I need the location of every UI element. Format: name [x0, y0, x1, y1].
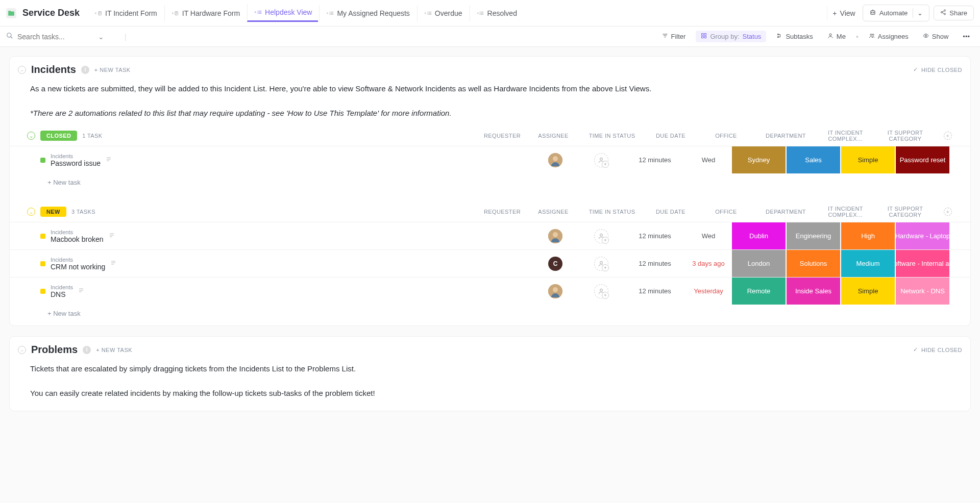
add-view-button[interactable]: + View: [827, 6, 860, 20]
add-assignee-icon[interactable]: [594, 153, 608, 167]
new-task-row[interactable]: + New task: [10, 305, 970, 319]
task-name-cell[interactable]: Incidents Password issue: [40, 146, 532, 173]
complexity-cell[interactable]: Simple: [841, 146, 895, 173]
new-task-button[interactable]: + NEW TASK: [94, 67, 131, 73]
new-task-button[interactable]: + NEW TASK: [96, 347, 132, 353]
avatar[interactable]: [548, 229, 562, 243]
due-cell[interactable]: Wed: [685, 146, 731, 173]
office-cell[interactable]: London: [731, 250, 786, 277]
add-assignee-icon[interactable]: [594, 229, 608, 243]
task-name-cell[interactable]: Incidents Macbook broken: [40, 222, 532, 249]
add-assignee-icon[interactable]: [594, 284, 608, 298]
assignee-cell[interactable]: [578, 250, 624, 277]
department-cell[interactable]: Solutions: [786, 250, 841, 277]
tab-it-hardware-form[interactable]: IT Hardware Form: [164, 5, 246, 21]
info-icon[interactable]: i: [81, 66, 89, 74]
filter-button[interactable]: Filter: [658, 31, 690, 42]
category-cell[interactable]: Password reset: [895, 146, 950, 173]
department-cell[interactable]: Engineering: [786, 222, 841, 249]
add-column-button[interactable]: +: [944, 132, 952, 140]
category-cell[interactable]: Hardware - Laptop: [895, 222, 950, 249]
col-category[interactable]: IT SUPPORT CATEGORY: [878, 130, 933, 142]
col-time[interactable]: TIME IN STATUS: [581, 209, 643, 215]
status-pill-closed[interactable]: CLOSED: [40, 131, 77, 141]
collapse-icon[interactable]: ⌄: [18, 66, 26, 74]
col-time[interactable]: TIME IN STATUS: [581, 133, 643, 139]
col-due[interactable]: DUE DATE: [648, 133, 694, 139]
department-cell[interactable]: Inside Sales: [786, 278, 841, 305]
search-input[interactable]: [17, 33, 94, 41]
office-cell[interactable]: Remote: [731, 278, 786, 305]
task-row[interactable]: Incidents DNS 12 minutes Yesterday Remot…: [10, 277, 970, 305]
office-cell[interactable]: Dublin: [731, 222, 786, 249]
search-icon[interactable]: [6, 32, 13, 41]
description-icon[interactable]: [109, 232, 115, 240]
collapse-icon[interactable]: ⌄: [18, 346, 26, 354]
info-icon[interactable]: i: [83, 346, 91, 354]
col-assignee[interactable]: ASSIGNEE: [530, 133, 576, 139]
assignees-button[interactable]: Assignees: [865, 31, 913, 42]
tab-resolved[interactable]: Resolved: [470, 5, 523, 21]
due-cell[interactable]: Yesterday: [685, 278, 731, 305]
col-department[interactable]: DEPARTMENT: [758, 209, 813, 215]
tab-helpdesk-view[interactable]: Helpdesk View: [247, 4, 318, 22]
requester-cell[interactable]: [532, 278, 578, 305]
description-icon[interactable]: [106, 156, 112, 164]
hide-closed-button[interactable]: ✓ HIDE CLOSED: [913, 66, 962, 73]
me-button[interactable]: Me: [823, 31, 850, 42]
col-office[interactable]: OFFICE: [699, 133, 753, 139]
hide-closed-button[interactable]: ✓ HIDE CLOSED: [913, 346, 962, 353]
task-row[interactable]: Incidents Macbook broken 12 minutes Wed …: [10, 222, 970, 249]
category-cell[interactable]: Network - DNS: [895, 278, 950, 305]
avatar[interactable]: [548, 284, 562, 298]
col-requester[interactable]: REQUESTER: [479, 133, 525, 139]
avatar[interactable]: [548, 153, 562, 167]
assignee-cell[interactable]: [578, 146, 624, 173]
requester-cell[interactable]: C: [532, 250, 578, 277]
avatar[interactable]: C: [548, 257, 562, 271]
task-name-cell[interactable]: Incidents DNS: [40, 278, 532, 305]
col-category[interactable]: IT SUPPORT CATEGORY: [878, 206, 933, 218]
col-complexity[interactable]: IT INCIDENT COMPLEX…: [818, 130, 873, 142]
requester-cell[interactable]: [532, 146, 578, 173]
due-cell[interactable]: 3 days ago: [685, 250, 731, 277]
assignee-cell[interactable]: [578, 278, 624, 305]
tab-my-assigned-requests[interactable]: My Assigned Requests: [319, 5, 415, 21]
chevron-down-icon[interactable]: ⌄: [98, 33, 104, 41]
department-cell[interactable]: Sales: [786, 146, 841, 173]
share-button[interactable]: Share: [934, 6, 974, 20]
col-office[interactable]: OFFICE: [699, 209, 753, 215]
assignee-cell[interactable]: [578, 222, 624, 249]
subtasks-button[interactable]: Subtasks: [772, 31, 817, 42]
new-task-row[interactable]: + New task: [10, 173, 970, 188]
complexity-cell[interactable]: High: [841, 222, 895, 249]
requester-cell[interactable]: [532, 222, 578, 249]
complexity-cell[interactable]: Medium: [841, 250, 895, 277]
collapse-icon[interactable]: ⌄: [27, 132, 35, 140]
chevron-down-icon[interactable]: ⌄: [913, 8, 927, 18]
col-complexity[interactable]: IT INCIDENT COMPLEX…: [818, 206, 873, 218]
add-assignee-icon[interactable]: [594, 257, 608, 271]
complexity-cell[interactable]: Simple: [841, 278, 895, 305]
group-by-button[interactable]: Group by: Status: [696, 31, 766, 42]
col-requester[interactable]: REQUESTER: [479, 209, 525, 215]
task-row[interactable]: Incidents Password issue 12 minutes Wed …: [10, 146, 970, 173]
status-pill-new[interactable]: NEW: [40, 207, 66, 217]
col-assignee[interactable]: ASSIGNEE: [530, 209, 576, 215]
category-cell[interactable]: Software - Internal a…: [895, 250, 950, 277]
task-name-cell[interactable]: Incidents CRM not working: [40, 250, 532, 277]
col-due[interactable]: DUE DATE: [648, 209, 694, 215]
more-button[interactable]: •••: [959, 31, 974, 42]
tab-overdue[interactable]: Overdue: [417, 5, 469, 21]
add-column-button[interactable]: +: [944, 208, 952, 216]
tab-it-incident-form[interactable]: IT Incident Form: [88, 5, 163, 21]
task-row[interactable]: Incidents CRM not working C 12 minutes 3…: [10, 249, 970, 277]
show-button[interactable]: Show: [919, 31, 953, 42]
office-cell[interactable]: Sydney: [731, 146, 786, 173]
collapse-icon[interactable]: ⌄: [27, 208, 35, 216]
description-icon[interactable]: [110, 260, 116, 267]
description-icon[interactable]: [78, 287, 84, 295]
col-department[interactable]: DEPARTMENT: [758, 133, 813, 139]
due-cell[interactable]: Wed: [685, 222, 731, 249]
automate-button[interactable]: Automate ⌄: [863, 5, 930, 21]
